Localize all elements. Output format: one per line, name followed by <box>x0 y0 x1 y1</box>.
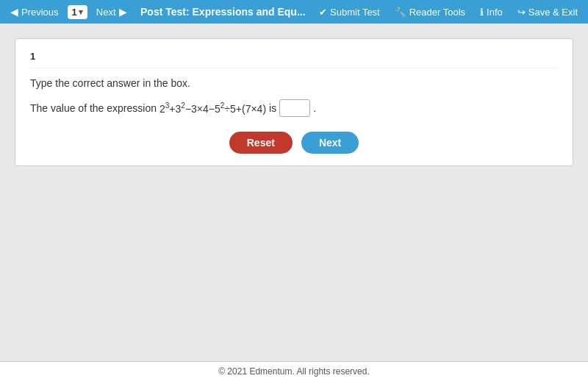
expression-suffix: is <box>269 102 276 114</box>
instruction-text: Type the correct answer in the box. <box>30 77 558 89</box>
save-icon: ↪ <box>517 7 526 18</box>
save-exit-label: Save & Exit <box>528 7 578 18</box>
reader-tools-label: Reader Tools <box>409 7 465 18</box>
page-indicator[interactable]: 1 ▾ <box>68 5 87 19</box>
copyright-text: © 2021 Edmentum. All rights reserved. <box>218 366 370 377</box>
expression-math: 23+32−3×4−52÷5+(7×4) <box>159 102 266 115</box>
expression-line: The value of the expression 23+32−3×4−52… <box>30 99 558 117</box>
submit-icon: ✔ <box>319 7 327 18</box>
reader-tools-button[interactable]: 🔧 Reader Tools <box>389 4 471 20</box>
previous-icon: ◀ <box>10 6 18 18</box>
previous-button[interactable]: ◀ Previous <box>4 4 65 20</box>
submit-label: Submit Test <box>330 7 380 18</box>
next-button[interactable]: Next ▶ <box>90 4 133 20</box>
button-row: Reset Next <box>30 132 558 154</box>
expression-prefix: The value of the expression <box>30 102 157 114</box>
test-title: Post Test: Expressions and Equ... <box>136 6 311 18</box>
navigation-bar: ◀ Previous 1 ▾ Next ▶ Post Test: Express… <box>0 0 588 24</box>
tools-icon: 🔧 <box>395 7 406 18</box>
question-card: 1 Type the correct answer in the box. Th… <box>15 38 573 166</box>
submit-test-button[interactable]: ✔ Submit Test <box>313 4 386 20</box>
info-button[interactable]: ℹ Info <box>474 4 509 20</box>
previous-label: Previous <box>21 7 59 18</box>
reset-button[interactable]: Reset <box>229 132 293 154</box>
page-number: 1 <box>72 7 77 18</box>
content-area: 1 Type the correct answer in the box. Th… <box>0 24 588 361</box>
info-icon: ℹ <box>480 7 484 18</box>
chevron-down-icon: ▾ <box>79 7 83 17</box>
save-exit-button[interactable]: ↪ Save & Exit <box>512 4 584 20</box>
info-label: Info <box>487 7 503 18</box>
next-icon: ▶ <box>119 6 127 18</box>
answer-input[interactable] <box>279 99 310 117</box>
question-number: 1 <box>30 51 558 68</box>
next-question-button[interactable]: Next <box>301 132 359 154</box>
footer: © 2021 Edmentum. All rights reserved. <box>0 361 588 381</box>
next-label: Next <box>96 7 116 18</box>
nav-right-group: ✔ Submit Test 🔧 Reader Tools ℹ Info ↪ Sa… <box>313 4 584 20</box>
expression-period: . <box>313 102 316 114</box>
